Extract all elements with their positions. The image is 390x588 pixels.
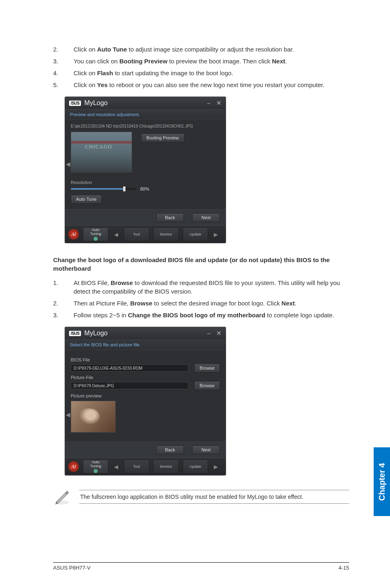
step-number: 4. [53,69,61,77]
steps-list-a: 2.Click on Auto Tune to adjust image siz… [53,45,349,89]
step-item: 5.Click on Yes to reboot or you can also… [53,81,349,89]
tab-update[interactable]: Update [183,460,208,474]
back-button[interactable]: Back [156,445,184,454]
minimize-icon[interactable]: − [207,100,211,107]
tab-monitor[interactable]: Monitor [153,460,179,474]
step-item: 3.You can click on Booting Preview to pr… [53,57,349,65]
step-number: 2. [53,45,61,54]
image-preview [71,132,132,173]
tab-tool[interactable]: Tool [124,460,149,474]
mylogo-select-window: /SUS MyLogo − ✕ Select the BIOS file and… [53,327,349,476]
next-button[interactable]: Next [192,213,220,222]
bios-file-label: BIOS File [71,357,220,362]
close-icon[interactable]: ✕ [216,330,222,337]
browse-picture-button[interactable]: Browse [194,381,220,390]
nav-right-icon[interactable]: ▶ [212,464,220,470]
window-subtitle: Select the BIOS file and picture file. [65,340,226,350]
next-button[interactable]: Next [192,445,220,454]
section-heading: Change the boot logo of a downloaded BIO… [53,256,349,273]
resolution-slider[interactable] [71,188,136,190]
picture-file-label: Picture File [71,375,220,380]
step-number: 1. [53,278,61,287]
tab-auto-tuning[interactable]: Auto Tuning [83,460,108,474]
tab-update[interactable]: Update [183,227,208,241]
nav-prev-icon[interactable]: ◀ [66,161,70,167]
picture-preview [71,401,116,433]
window-titlebar: /SUS MyLogo − ✕ [65,97,226,110]
back-button[interactable]: Back [156,213,184,222]
note-icon [53,488,71,506]
tab-tool[interactable]: Tool [124,227,149,241]
step-item: 3.Follow steps 2~5 in Change the BIOS bo… [53,311,349,319]
step-text: Click on Yes to reboot or you can also s… [74,81,349,89]
mylogo-preview-window: /SUS MyLogo − ✕ Preview and resolution a… [53,97,349,243]
resolution-label: Resolution [71,180,220,185]
step-text: You can click on Booting Preview to prev… [74,57,349,65]
nav-left-icon[interactable]: ◀ [112,464,120,470]
picture-file-field[interactable]: D:\P9X79 Deluxe.JPG [71,382,188,389]
footer-page-number: 4-15 [338,565,349,571]
tab-monitor[interactable]: Monitor [153,227,179,241]
chapter-tab: Chapter 4 [374,447,390,516]
asus-logo: /SUS [69,331,81,336]
window-title: MyLogo [84,330,108,337]
step-text: Then at Picture File, Browse to select t… [74,299,349,307]
bios-file-field[interactable]: D:\P9X79-DELUXE-ASUS-0233.ROM [71,364,188,372]
minimize-icon[interactable]: − [207,330,211,337]
step-item: 1.At BIOS File, Browse to download the r… [53,278,349,296]
window-titlebar: /SUS MyLogo − ✕ [65,327,226,340]
steps-list-b: 1.At BIOS File, Browse to download the r… [53,278,349,319]
bottom-nav: AI Auto Tuning ◀ Tool Monitor Update ▶ [65,458,226,475]
close-icon[interactable]: ✕ [216,99,222,107]
step-text: Click on Auto Tune to adjust image size … [74,45,349,54]
nav-prev-icon[interactable]: ◀ [66,411,70,418]
step-number: 3. [53,311,61,319]
resolution-value: 80% [140,186,149,191]
footer-product: ASUS P8H77-V [53,565,91,571]
step-number: 2. [53,299,61,307]
step-number: 5. [53,81,61,89]
nav-right-icon[interactable]: ▶ [212,231,220,238]
window-subtitle: Preview and resolution adjustment. [65,110,226,120]
tab-auto-tuning[interactable]: Auto Tuning [83,227,108,241]
step-item: 4.Click on Flash to start updating the i… [53,69,349,77]
step-text: Follow steps 2~5 in Change the BIOS boot… [74,311,349,319]
page-footer: ASUS P8H77-V 4-15 [53,565,349,571]
nav-left-icon[interactable]: ◀ [112,231,120,238]
window-title: MyLogo [84,99,108,107]
image-path: E:\pic2011\201104 ND trip\20110419 Chica… [71,124,220,128]
auto-tune-button[interactable]: Auto Tune [71,195,102,204]
ai-suite-icon[interactable]: AI [68,461,79,472]
ai-suite-icon[interactable]: AI [68,229,79,240]
step-item: 2.Then at Picture File, Browse to select… [53,299,349,307]
asus-logo: /SUS [69,101,81,106]
picture-preview-label: Picture preview [71,393,220,398]
step-text: At BIOS File, Browse to download the req… [74,278,349,296]
step-number: 3. [53,57,61,65]
browse-bios-button[interactable]: Browse [194,364,220,373]
booting-preview-button[interactable]: Booting Preview [141,133,184,142]
note-text: The fullscreen logo application in BIOS … [79,490,349,504]
step-text: Click on Flash to start updating the ima… [74,69,349,77]
step-item: 2.Click on Auto Tune to adjust image siz… [53,45,349,54]
bottom-nav: AI Auto Tuning ◀ Tool Monitor Update ▶ [65,225,226,243]
